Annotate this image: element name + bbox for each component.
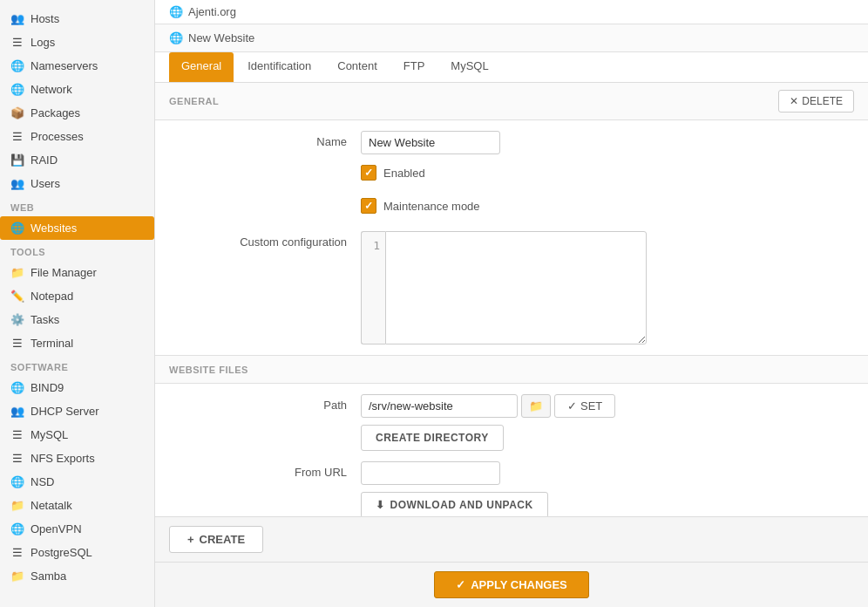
file-manager-icon: 📁: [10, 266, 24, 279]
users-icon: 👥: [10, 177, 24, 190]
path-input[interactable]: [361, 394, 518, 418]
website-files-section-header: WEBSITE FILES: [155, 355, 868, 384]
nfs-icon: ☰: [10, 452, 24, 465]
custom-config-control: 1: [361, 231, 854, 344]
main-panel: 🌐 Ajenti.org 🌐 New Website General Ident…: [155, 0, 868, 607]
sidebar-item-bind9[interactable]: 🌐 BIND9: [0, 376, 154, 399]
delete-x-icon: ✕: [790, 95, 798, 107]
nameservers-icon: 🌐: [10, 59, 24, 72]
tab-general[interactable]: General: [169, 52, 234, 82]
custom-config-input[interactable]: [385, 231, 647, 344]
general-label: GENERAL: [169, 96, 219, 106]
create-directory-button[interactable]: CREATE DIRECTORY: [361, 425, 504, 451]
custom-config-row: Custom configuration 1: [169, 231, 854, 344]
sidebar-item-notepad[interactable]: ✏️ Notepad: [0, 284, 154, 308]
checkmark-icon: ✓: [567, 399, 577, 413]
maintenance-control: Maintenance mode: [361, 198, 854, 221]
general-section-header: GENERAL ✕ DELETE: [155, 83, 868, 120]
sidebar-item-tasks[interactable]: ⚙️ Tasks: [0, 308, 154, 331]
enabled-control: Enabled: [361, 165, 854, 188]
sidebar: 👥 Hosts ☰ Logs 🌐 Nameservers 🌐 Network 📦…: [0, 0, 155, 607]
site-globe-icon: 🌐: [169, 5, 183, 18]
sidebar-item-mysql[interactable]: ☰ MySQL: [0, 423, 154, 447]
enabled-row: Enabled: [169, 165, 854, 188]
apply-bar: ✓ APPLY CHANGES: [155, 562, 868, 607]
maintenance-checkbox[interactable]: [361, 198, 376, 214]
sidebar-item-raid[interactable]: 💾 RAID: [0, 148, 154, 172]
set-button[interactable]: ✓ SET: [554, 394, 615, 418]
tab-ftp[interactable]: FTP: [391, 52, 437, 82]
sidebar-item-processes[interactable]: ☰ Processes: [0, 125, 154, 148]
sidebar-item-dhcp-server[interactable]: 👥 DHCP Server: [0, 399, 154, 423]
mysql-icon: ☰: [10, 428, 24, 441]
name-control: [361, 131, 854, 154]
page-globe-icon: 🌐: [169, 31, 183, 44]
network-icon: 🌐: [10, 83, 24, 96]
dhcp-icon: 👥: [10, 405, 24, 418]
checkmark-apply-icon: ✓: [456, 578, 465, 591]
page-title: New Website: [188, 31, 254, 44]
line-numbers: 1: [361, 231, 385, 344]
website-files-label: WEBSITE FILES: [169, 365, 248, 375]
path-label: Path: [169, 394, 361, 412]
terminal-icon: ☰: [10, 337, 24, 350]
bind9-icon: 🌐: [10, 381, 24, 394]
plus-icon: +: [187, 533, 194, 546]
bottom-bar: + CREATE: [155, 516, 868, 562]
sidebar-item-samba[interactable]: 📁 Samba: [0, 564, 154, 588]
hosts-icon: 👥: [10, 12, 24, 25]
packages-icon: 📦: [10, 106, 24, 119]
folder-button[interactable]: 📁: [521, 394, 551, 418]
delete-button[interactable]: ✕ DELETE: [778, 90, 854, 113]
software-section-label: SOFTWARE: [0, 355, 154, 376]
tab-content[interactable]: Content: [325, 52, 390, 82]
from-url-label: From URL: [169, 461, 361, 479]
download-unpack-button[interactable]: ⬇ DOWNLOAD AND UNPACK: [361, 492, 548, 516]
sidebar-item-netatalk[interactable]: 📁 Netatalk: [0, 494, 154, 517]
path-control: 📁 ✓ SET CREATE DIRECTORY: [361, 394, 854, 451]
sidebar-item-logs[interactable]: ☰ Logs: [0, 31, 154, 54]
logs-icon: ☰: [10, 36, 24, 49]
nsd-icon: 🌐: [10, 475, 24, 488]
site-name: Ajenti.org: [188, 5, 236, 18]
tab-identification[interactable]: Identification: [235, 52, 323, 82]
enabled-label: Enabled: [383, 167, 425, 180]
from-url-input[interactable]: [361, 461, 500, 485]
maintenance-checkbox-row[interactable]: Maintenance mode: [361, 198, 854, 214]
tools-section-label: TOOLS: [0, 240, 154, 261]
textarea-wrapper: 1: [361, 231, 854, 344]
sidebar-item-packages[interactable]: 📦 Packages: [0, 101, 154, 125]
form-section: Name Enabled: [155, 120, 868, 344]
create-button[interactable]: + CREATE: [169, 526, 263, 553]
enabled-checkbox-row[interactable]: Enabled: [361, 165, 854, 181]
website-files-form: Path 📁 ✓ SET CREATE DIR: [155, 384, 868, 516]
sidebar-item-network[interactable]: 🌐 Network: [0, 78, 154, 101]
enabled-spacer: [169, 165, 361, 169]
sidebar-item-nfs-exports[interactable]: ☰ NFS Exports: [0, 447, 154, 470]
enabled-checkbox[interactable]: [361, 165, 376, 181]
sidebar-item-postgresql[interactable]: ☰ PostgreSQL: [0, 541, 154, 564]
sidebar-item-file-manager[interactable]: 📁 File Manager: [0, 261, 154, 284]
maintenance-spacer: [169, 198, 361, 202]
path-row: Path 📁 ✓ SET CREATE DIR: [169, 394, 854, 451]
sidebar-item-users[interactable]: 👥 Users: [0, 172, 154, 195]
maintenance-row: Maintenance mode: [169, 198, 854, 221]
name-input[interactable]: [361, 131, 500, 154]
tab-mysql[interactable]: MySQL: [438, 52, 500, 82]
sidebar-item-nameservers[interactable]: 🌐 Nameservers: [0, 54, 154, 78]
from-url-control: ⬇ DOWNLOAD AND UNPACK: [361, 461, 854, 516]
from-url-row: From URL ⬇ DOWNLOAD AND UNPACK: [169, 461, 854, 516]
sidebar-item-openvpn[interactable]: 🌐 OpenVPN: [0, 517, 154, 541]
sub-bar: 🌐 New Website: [155, 24, 868, 52]
custom-config-label: Custom configuration: [169, 231, 361, 249]
notepad-icon: ✏️: [10, 290, 24, 303]
raid-icon: 💾: [10, 153, 24, 167]
sidebar-item-nsd[interactable]: 🌐 NSD: [0, 470, 154, 494]
sidebar-item-websites[interactable]: 🌐 Websites: [0, 216, 154, 240]
name-label: Name: [169, 131, 361, 148]
postgresql-icon: ☰: [10, 546, 24, 559]
apply-changes-button[interactable]: ✓ APPLY CHANGES: [434, 571, 589, 598]
folder-icon: 📁: [529, 399, 543, 413]
sidebar-item-hosts[interactable]: 👥 Hosts: [0, 7, 154, 31]
sidebar-item-terminal[interactable]: ☰ Terminal: [0, 331, 154, 355]
